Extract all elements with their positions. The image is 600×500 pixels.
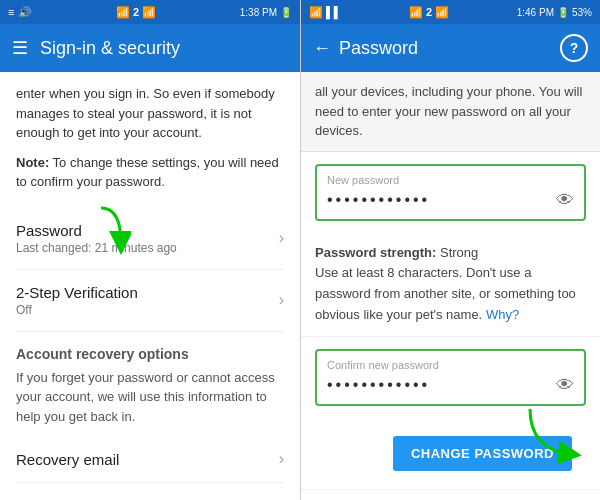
confirm-password-label: Confirm new password bbox=[327, 359, 574, 371]
right-statusbar-right: 1:46 PM 🔋 53% bbox=[517, 7, 592, 18]
right-topbar-title: Password bbox=[339, 38, 418, 59]
right-statusbar-left: 📶 ▌▌ bbox=[309, 6, 342, 19]
battery-percent-right: 53% bbox=[572, 7, 592, 18]
confirm-password-group: Confirm new password •••••••••••• 👁 bbox=[315, 349, 586, 406]
left-content: enter when you sign in. So even if someb… bbox=[0, 72, 300, 500]
confirm-password-row: •••••••••••• 👁 bbox=[327, 375, 574, 396]
network-icon-left: 2 bbox=[133, 6, 139, 18]
battery-icon-left: 🔋 bbox=[280, 7, 292, 18]
signal-icon-right: 📶 bbox=[435, 6, 449, 19]
password-strength-section: Password strength: Strong Use at least 8… bbox=[301, 233, 600, 337]
right-arrow-annotation bbox=[510, 404, 590, 464]
strength-value: Strong bbox=[440, 245, 478, 260]
right-panel: 📶 ▌▌ 📶 2 📶 1:46 PM 🔋 53% ← Password ? al… bbox=[300, 0, 600, 500]
new-password-eye-icon[interactable]: 👁 bbox=[556, 190, 574, 211]
hamburger-icon[interactable]: ☰ bbox=[12, 37, 28, 59]
left-topbar-title: Sign-in & security bbox=[40, 38, 180, 59]
twostep-menu-info: 2-Step Verification Off bbox=[16, 284, 138, 317]
twostep-menu-item[interactable]: 2-Step Verification Off › bbox=[16, 270, 284, 332]
twostep-menu-subtitle: Off bbox=[16, 303, 138, 317]
recovery-email-menu-item[interactable]: Recovery email › bbox=[16, 436, 284, 483]
right-topbar: ← Password ? bbox=[301, 24, 600, 72]
left-arrow-annotation bbox=[71, 203, 131, 258]
left-statusbar-center: 📶 2 📶 bbox=[116, 6, 156, 19]
confirm-password-wrapper: Confirm new password •••••••••••• 👁 bbox=[301, 349, 600, 406]
left-note: Note: To change these settings, you will… bbox=[16, 153, 284, 192]
left-topbar: ☰ Sign-in & security bbox=[0, 24, 300, 72]
new-password-row: •••••••••••• 👁 bbox=[327, 190, 574, 211]
strength-label: Password strength: bbox=[315, 245, 436, 260]
confirm-password-eye-icon[interactable]: 👁 bbox=[556, 375, 574, 396]
recovery-email-chevron-icon: › bbox=[279, 450, 284, 468]
strength-desc: Use at least 8 characters. Don't use a p… bbox=[315, 265, 576, 322]
new-password-group: New password •••••••••••• 👁 bbox=[315, 164, 586, 221]
why-link[interactable]: Why? bbox=[486, 307, 519, 322]
recovery-email-info: Recovery email bbox=[16, 451, 119, 468]
account-recovery-header: Account recovery options bbox=[16, 332, 284, 368]
right-footer: Google Terms & Privacy Help bbox=[301, 489, 600, 500]
back-icon[interactable]: ← bbox=[313, 38, 331, 59]
wifi-icon-right: 📶 bbox=[309, 6, 323, 19]
signal-bars-right: ▌▌ bbox=[326, 6, 342, 18]
note-text: To change these settings, you will need … bbox=[16, 155, 279, 190]
left-panel: ≡ 🔊 📶 2 📶 1:38 PM 🔋 ☰ Sign-in & security… bbox=[0, 0, 300, 500]
right-statusbar-center: 📶 2 📶 bbox=[409, 6, 449, 19]
audio-icon: 🔊 bbox=[18, 6, 32, 19]
left-statusbar-right: 1:38 PM 🔋 bbox=[240, 7, 292, 18]
right-time: 1:46 PM bbox=[517, 7, 554, 18]
right-top-desc: all your devices, including your phone. … bbox=[301, 72, 600, 152]
account-recovery-desc: If you forget your password or cannot ac… bbox=[16, 368, 284, 427]
left-statusbar: ≡ 🔊 📶 2 📶 1:38 PM 🔋 bbox=[0, 0, 300, 24]
signal-icon-left: 📶 bbox=[142, 6, 156, 19]
network-icon-right: 2 bbox=[426, 6, 432, 18]
right-statusbar: 📶 ▌▌ 📶 2 📶 1:46 PM 🔋 53% bbox=[301, 0, 600, 24]
password-menu-wrapper: Password Last changed: 21 minutes ago › bbox=[16, 208, 284, 270]
password-chevron-icon: › bbox=[279, 229, 284, 247]
recovery-email-title: Recovery email bbox=[16, 451, 119, 468]
left-time: 1:38 PM bbox=[240, 7, 277, 18]
new-password-label: New password bbox=[327, 174, 574, 186]
left-intro-text: enter when you sign in. So even if someb… bbox=[16, 84, 284, 143]
right-topbar-left: ← Password bbox=[313, 38, 418, 59]
help-icon[interactable]: ? bbox=[560, 34, 588, 62]
left-statusbar-left: ≡ 🔊 bbox=[8, 6, 32, 19]
battery-icon-right: 🔋 bbox=[557, 7, 569, 18]
hamburger-small-icon: ≡ bbox=[8, 6, 14, 18]
password-menu-item[interactable]: Password Last changed: 21 minutes ago › bbox=[16, 208, 284, 270]
right-content: all your devices, including your phone. … bbox=[301, 72, 600, 500]
wifi-icon-right2: 📶 bbox=[409, 6, 423, 19]
twostep-menu-title: 2-Step Verification bbox=[16, 284, 138, 301]
confirm-password-dots: •••••••••••• bbox=[327, 376, 430, 394]
note-label: Note: bbox=[16, 155, 49, 170]
new-password-dots: •••••••••••• bbox=[327, 191, 430, 209]
twostep-chevron-icon: › bbox=[279, 291, 284, 309]
wifi-icon-left: 📶 bbox=[116, 6, 130, 19]
